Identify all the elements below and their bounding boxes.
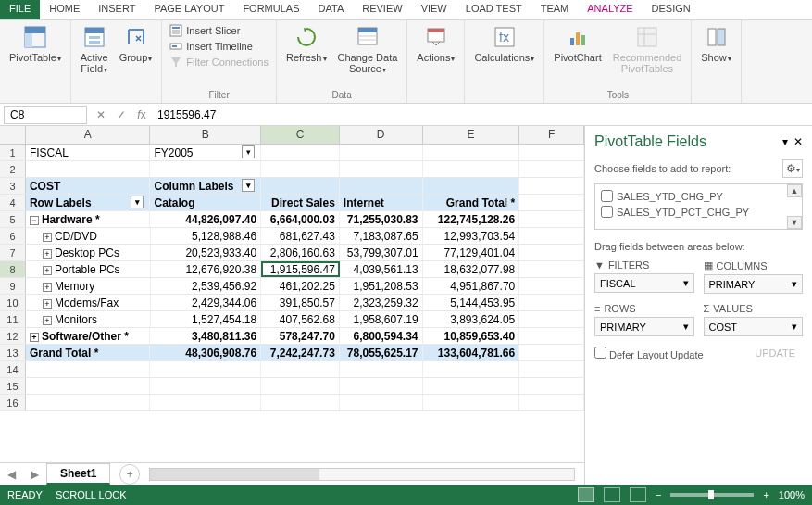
scroll-thumb[interactable] [150, 469, 319, 480]
cell[interactable]: +Memory [26, 278, 151, 294]
expand-icon[interactable]: + [43, 266, 52, 275]
row-header[interactable]: 9 [0, 278, 26, 294]
active-field-button[interactable]: Active Field▾ [75, 22, 114, 78]
cell[interactable]: Row Labels ▾ [26, 195, 151, 210]
row-header[interactable]: 2 [0, 161, 26, 177]
formula-bar-input[interactable] [152, 107, 812, 123]
row-header[interactable]: 1 [0, 145, 26, 160]
zoom-slider[interactable] [670, 493, 754, 497]
row-header[interactable]: 16 [0, 395, 26, 410]
filter-dropdown-icon[interactable]: ▾ [242, 145, 255, 158]
field-checkbox[interactable] [601, 190, 613, 202]
refresh-button[interactable]: Refresh▾ [281, 22, 332, 67]
expand-icon[interactable]: + [43, 283, 52, 292]
field-item[interactable]: SALES_YTD_CHG_PY [601, 188, 796, 204]
actions-button[interactable]: Actions▾ [411, 22, 460, 67]
tab-design[interactable]: DESIGN [643, 0, 700, 19]
cell[interactable]: Internet [340, 195, 423, 210]
row-labels-dropdown-icon[interactable]: ▾ [131, 196, 144, 208]
show-button[interactable]: Show▾ [695, 22, 737, 67]
tab-page-layout[interactable]: PAGE LAYOUT [144, 0, 233, 19]
cell[interactable]: COST [26, 178, 151, 194]
page-break-view-button[interactable] [630, 487, 646, 502]
normal-view-button[interactable] [578, 487, 594, 502]
row-header[interactable]: 15 [0, 378, 26, 394]
field-item[interactable]: SALES_YTD_PCT_CHG_PY [601, 204, 796, 220]
collapse-icon[interactable]: − [30, 216, 39, 225]
expand-icon[interactable]: + [43, 249, 52, 259]
cell[interactable]: −Hardware * [26, 211, 151, 227]
cell[interactable]: Column Labels ▾ [150, 178, 261, 194]
expand-icon[interactable]: + [43, 299, 52, 309]
row-header[interactable]: 4 [0, 195, 26, 210]
cell[interactable]: FY2005 ▾ [150, 145, 261, 160]
scroll-down-icon[interactable]: ▼ [787, 216, 802, 229]
cancel-formula-icon[interactable]: ✕ [91, 108, 111, 121]
zoom-out-button[interactable]: − [656, 489, 661, 500]
sheet-nav-next-icon[interactable]: ▶ [23, 468, 46, 481]
horizontal-scrollbar[interactable] [149, 468, 575, 481]
row-header[interactable]: 10 [0, 295, 26, 310]
row-header[interactable]: 11 [0, 311, 26, 327]
cell[interactable]: Catalog [150, 195, 261, 210]
select-all-corner[interactable] [0, 126, 26, 144]
col-header-d[interactable]: D [340, 126, 423, 144]
change-data-source-button[interactable]: Change Data Source▾ [332, 22, 404, 78]
settings-gear-icon[interactable]: ⚙▾ [782, 159, 803, 178]
cell[interactable]: +CD/DVD [26, 228, 151, 244]
defer-layout-checkbox[interactable]: Defer Layout Update [594, 347, 704, 360]
cell[interactable]: Grand Total * [423, 195, 520, 210]
page-layout-view-button[interactable] [604, 487, 620, 502]
columns-area-item[interactable]: PRIMARY▾ [704, 274, 804, 294]
cell[interactable]: +Monitors [26, 311, 151, 327]
row-header[interactable]: 3 [0, 178, 26, 194]
sheet-nav-prev-icon[interactable]: ◀ [0, 468, 23, 481]
tab-view[interactable]: VIEW [412, 0, 456, 19]
tab-review[interactable]: REVIEW [353, 0, 411, 19]
fx-icon[interactable]: fx [131, 108, 152, 121]
col-header-f[interactable]: F [519, 126, 584, 144]
cell[interactable]: +Portable PCs [26, 261, 151, 277]
row-header[interactable]: 13 [0, 345, 26, 360]
panel-dropdown-icon[interactable]: ▾ [782, 135, 788, 148]
row-header[interactable]: 6 [0, 228, 26, 244]
rows-area-item[interactable]: PRIMARY▾ [594, 317, 694, 336]
tab-data[interactable]: DATA [309, 0, 354, 19]
row-header[interactable]: 14 [0, 361, 26, 377]
selected-cell[interactable]: 1,915,596.47 [261, 261, 340, 277]
new-sheet-button[interactable]: + [119, 464, 140, 485]
field-checkbox[interactable] [601, 206, 613, 218]
tab-formulas[interactable]: FORMULAS [233, 0, 308, 19]
tab-home[interactable]: HOME [40, 0, 89, 19]
filters-area-item[interactable]: FISCAL▾ [594, 273, 694, 293]
sheet-tab-active[interactable]: Sheet1 [46, 463, 110, 485]
expand-icon[interactable]: + [43, 233, 52, 242]
column-labels-dropdown-icon[interactable]: ▾ [242, 179, 255, 192]
row-header[interactable]: 7 [0, 245, 26, 260]
tab-team[interactable]: TEAM [531, 0, 579, 19]
cell[interactable]: +Desktop PCs [26, 245, 151, 260]
scroll-up-icon[interactable]: ▲ [787, 184, 802, 197]
panel-close-icon[interactable]: ✕ [793, 135, 803, 148]
cell[interactable]: Grand Total * [26, 345, 151, 360]
expand-icon[interactable]: + [43, 316, 52, 325]
zoom-in-button[interactable]: + [763, 489, 768, 500]
cell[interactable]: Direct Sales [261, 195, 340, 210]
tab-analyze[interactable]: ANALYZE [578, 0, 642, 19]
tab-file[interactable]: FILE [0, 0, 40, 19]
enter-formula-icon[interactable]: ✓ [111, 108, 131, 121]
group-button[interactable]: Group▾ [114, 22, 158, 67]
name-box-input[interactable] [4, 106, 87, 124]
row-header[interactable]: 8 [0, 261, 26, 277]
cell[interactable] [340, 145, 423, 160]
expand-icon[interactable]: + [30, 333, 39, 342]
col-header-b[interactable]: B [150, 126, 261, 144]
col-header-e[interactable]: E [423, 126, 520, 144]
tab-load-test[interactable]: LOAD TEST [456, 0, 531, 19]
values-area-item[interactable]: COST▾ [704, 317, 804, 336]
calculations-button[interactable]: fx Calculations▾ [468, 22, 540, 67]
field-list[interactable]: ▲ ▼ SALES_YTD_CHG_PY SALES_YTD_PCT_CHG_P… [594, 183, 803, 230]
insert-slicer-button[interactable]: Insert Slicer [169, 24, 269, 37]
col-header-a[interactable]: A [26, 126, 151, 144]
zoom-level[interactable]: 100% [779, 489, 805, 500]
